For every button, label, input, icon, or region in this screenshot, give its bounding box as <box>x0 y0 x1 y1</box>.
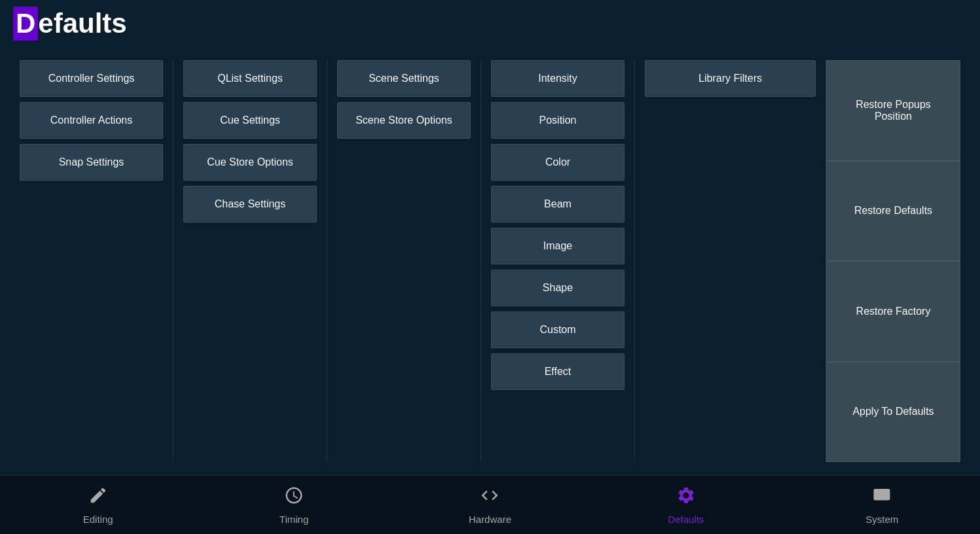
nav-hardware[interactable]: Hardware <box>450 486 529 525</box>
library-column: Library Filters <box>635 60 826 462</box>
timing-icon <box>284 486 304 510</box>
nav-system[interactable]: System <box>843 486 921 525</box>
shape-btn[interactable]: Shape <box>491 270 625 306</box>
controller-settings-btn[interactable]: Controller Settings <box>20 60 163 97</box>
cue-settings-btn[interactable]: Cue Settings <box>183 102 317 139</box>
header: Defaults <box>0 0 980 47</box>
chase-settings-btn[interactable]: Chase Settings <box>183 186 317 222</box>
defaults-icon <box>676 486 696 510</box>
intensity-btn[interactable]: Intensity <box>491 60 625 97</box>
library-filters-btn[interactable]: Library Filters <box>645 60 816 97</box>
qlist-settings-btn[interactable]: QList Settings <box>183 60 317 97</box>
scene-column: Scene Settings Scene Store Options <box>327 60 481 462</box>
nav-defaults[interactable]: Defaults <box>647 486 725 525</box>
columns-container: Controller Settings Controller Actions S… <box>20 60 826 462</box>
nav-defaults-label: Defaults <box>668 514 704 525</box>
bottom-nav: Editing Timing Hardware Defaults <box>0 475 980 534</box>
color-btn[interactable]: Color <box>491 144 625 181</box>
beam-btn[interactable]: Beam <box>491 186 625 222</box>
restore-defaults-btn[interactable]: Restore Defaults <box>826 161 960 262</box>
controller-column: Controller Settings Controller Actions S… <box>20 60 173 462</box>
apply-defaults-btn[interactable]: Apply To Defaults <box>826 362 960 463</box>
custom-btn[interactable]: Custom <box>491 312 625 348</box>
right-panel: Restore Popups Position Restore Defaults… <box>826 60 960 462</box>
system-icon <box>872 486 892 510</box>
nav-hardware-label: Hardware <box>469 514 511 525</box>
editing-icon <box>88 486 108 510</box>
title-accent: D <box>13 7 38 41</box>
nav-editing-label: Editing <box>83 514 113 525</box>
page-title: Defaults <box>13 7 127 41</box>
position-btn[interactable]: Position <box>491 102 625 139</box>
nav-timing-label: Timing <box>280 514 308 525</box>
scene-store-options-btn[interactable]: Scene Store Options <box>337 102 471 139</box>
controller-actions-btn[interactable]: Controller Actions <box>20 102 163 139</box>
effect-btn[interactable]: Effect <box>491 353 625 390</box>
image-btn[interactable]: Image <box>491 228 625 264</box>
scene-settings-btn[interactable]: Scene Settings <box>337 60 471 97</box>
nav-timing[interactable]: Timing <box>255 486 333 525</box>
attributes-column: Intensity Position Color Beam Image Shap… <box>481 60 635 462</box>
nav-system-label: System <box>865 514 898 525</box>
hardware-icon <box>480 486 499 510</box>
cue-store-options-btn[interactable]: Cue Store Options <box>183 144 317 181</box>
qlist-column: QList Settings Cue Settings Cue Store Op… <box>173 60 327 462</box>
nav-editing[interactable]: Editing <box>59 486 137 525</box>
restore-popups-btn[interactable]: Restore Popups Position <box>826 60 960 161</box>
snap-settings-btn[interactable]: Snap Settings <box>20 144 163 181</box>
main-content: Controller Settings Controller Actions S… <box>0 47 980 475</box>
restore-factory-btn[interactable]: Restore Factory <box>826 261 960 362</box>
